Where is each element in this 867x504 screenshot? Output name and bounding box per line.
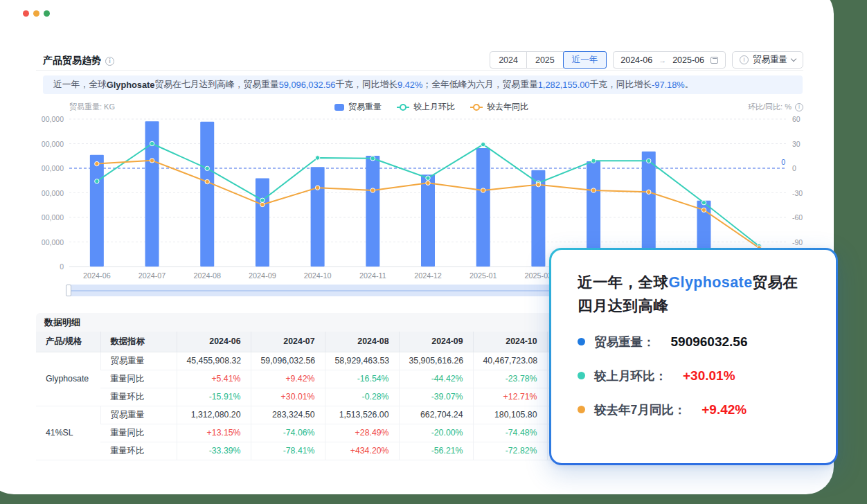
tab-last-year[interactable]: 近一年 (563, 51, 607, 69)
data-point[interactable] (591, 188, 596, 192)
value-cell: -78.41% (251, 442, 325, 460)
info-icon[interactable] (105, 57, 114, 66)
data-point[interactable] (205, 166, 209, 170)
data-point[interactable] (95, 179, 99, 183)
x-axis-label: 2024-09 (249, 271, 276, 280)
value-cell: +12.71% (473, 388, 547, 406)
value-cell: +434.20% (325, 442, 399, 460)
x-axis-label: 2025-02 (525, 271, 553, 280)
x-axis-label: 2024-10 (304, 271, 332, 280)
bar-2024-10[interactable] (311, 167, 325, 267)
data-point[interactable] (150, 141, 154, 145)
right-axis-tick: 30 (792, 140, 801, 148)
chart-header: 贸易重量: KG 贸易重量较上月环比较去年同比 环比/同比: % (43, 101, 803, 113)
data-point[interactable] (701, 208, 706, 212)
value-cell: -74.06% (251, 424, 325, 442)
metric-cell: 贸易重量 (100, 352, 177, 370)
text-segment: Glyphosate (107, 80, 155, 90)
tab-2025[interactable]: 2025 (526, 51, 564, 69)
right-axis-tick: -90 (792, 238, 803, 246)
insight-item-label: 贸易重量： (594, 334, 655, 350)
value-cell: 180,105.80 (473, 406, 547, 424)
bar-2024-09[interactable] (256, 179, 269, 267)
metric-cell: 重量环比 (100, 442, 177, 460)
insight-item-label: 较去年7月同比： (594, 402, 686, 418)
tab-2024[interactable]: 2024 (490, 51, 527, 69)
bar-2025-01[interactable] (476, 148, 490, 267)
text-segment: ；全年低峰为六月，贸易重量 (422, 79, 537, 91)
product-cell: 41%SL (36, 406, 100, 460)
info-icon (740, 55, 749, 64)
value-cell: +13.15% (177, 424, 251, 442)
info-icon[interactable] (795, 103, 803, 111)
value-cell: -72.82% (473, 442, 547, 460)
data-point[interactable] (315, 156, 319, 160)
right-axis-tick: 60 (792, 115, 801, 123)
legend-item-line[interactable]: 较去年同比 (470, 101, 528, 113)
date-to: 2025-06 (672, 55, 704, 65)
data-point[interactable] (481, 188, 485, 192)
maximize-window-icon[interactable] (44, 10, 50, 17)
legend-label: 较去年同比 (487, 101, 528, 113)
value-cell: -0.28% (325, 388, 399, 406)
legend-item-bar[interactable]: 贸易重量 (334, 101, 382, 113)
text-segment: 9.42% (397, 80, 422, 90)
text-segment: 贸易在七月达到高峰，贸易重量 (154, 79, 278, 91)
right-axis-tick: -30 (792, 189, 803, 197)
bar-2024-08[interactable] (200, 122, 214, 267)
data-point[interactable] (426, 181, 430, 185)
right-axis-tick: 0 (792, 164, 796, 172)
data-point[interactable] (426, 176, 430, 180)
data-point[interactable] (260, 202, 265, 206)
x-axis-label: 2024-07 (138, 271, 166, 280)
text-segment: -97.18% (652, 80, 685, 90)
reference-line-label: 0 (781, 158, 785, 166)
data-point[interactable] (370, 188, 375, 192)
slider-left-handle[interactable] (66, 285, 71, 296)
text-segment: 。 (685, 79, 694, 91)
product-cell: Glyphosate (36, 352, 100, 406)
metric-cell: 重量环比 (100, 388, 177, 406)
data-point[interactable] (481, 142, 485, 146)
metric-dropdown-label: 贸易重量 (753, 54, 787, 66)
data-point[interactable] (205, 179, 209, 183)
close-window-icon[interactable] (23, 10, 29, 17)
value-cell: -23.78% (473, 370, 547, 388)
data-point[interactable] (315, 186, 319, 190)
legend-label: 较上月环比 (413, 101, 455, 113)
insight-item: 贸易重量：59096032.56 (578, 334, 812, 350)
legend-item-line[interactable]: 较上月环比 (397, 101, 455, 113)
insight-card-items: 贸易重量：59096032.56较上月环比：+30.01%较去年7月同比：+9.… (578, 334, 812, 418)
data-point[interactable] (536, 182, 540, 186)
data-point[interactable] (95, 161, 99, 165)
insight-item-value: +9.42% (701, 402, 747, 417)
data-point[interactable] (370, 156, 375, 161)
insight-item: 较去年7月同比：+9.42% (578, 402, 812, 418)
left-axis-tick: 0 (60, 262, 64, 271)
legend-line-marker-icon (397, 104, 409, 111)
text-segment: Glyphosate (668, 274, 752, 291)
value-cell: +28.49% (325, 424, 399, 442)
metric-dropdown[interactable]: 贸易重量 (732, 51, 803, 69)
data-point[interactable] (260, 198, 265, 202)
left-axis-tick: 20,000,000 (42, 213, 64, 222)
left-axis-tick: 40,000,000 (42, 164, 64, 172)
data-point[interactable] (591, 159, 596, 163)
data-point[interactable] (150, 159, 154, 163)
bullet-dot-icon (578, 372, 585, 379)
value-cell: +30.01% (251, 388, 325, 406)
text-segment: 近一年，全球 (53, 79, 107, 91)
minimize-window-icon[interactable] (33, 10, 39, 17)
text-segment: 1,282,155.00 (538, 80, 590, 90)
page-title: 产品贸易趋势 (43, 55, 114, 67)
bar-2024-06[interactable] (90, 155, 104, 267)
data-point[interactable] (701, 201, 706, 205)
value-cell: -15.91% (177, 388, 251, 406)
date-from: 2024-06 (620, 55, 652, 65)
metric-cell: 重量同比 (100, 424, 177, 442)
data-point[interactable] (647, 190, 651, 194)
bar-2024-12[interactable] (421, 174, 435, 267)
bar-2024-11[interactable] (366, 156, 379, 267)
date-range-picker[interactable]: 2024-06 → 2025-06 (613, 51, 726, 69)
data-point[interactable] (647, 159, 651, 163)
